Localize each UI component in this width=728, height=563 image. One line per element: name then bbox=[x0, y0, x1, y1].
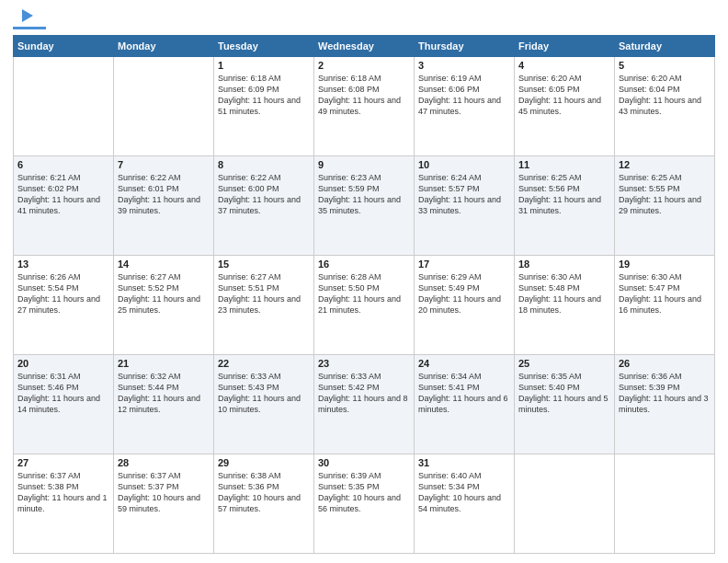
day-number: 29 bbox=[218, 457, 310, 468]
weekday-header-saturday: Saturday bbox=[615, 36, 715, 57]
calendar-week-row: 27Sunrise: 6:37 AM Sunset: 5:38 PM Dayli… bbox=[14, 454, 715, 554]
day-content: Sunrise: 6:39 AM Sunset: 5:35 PM Dayligh… bbox=[318, 470, 410, 515]
calendar-cell: 30Sunrise: 6:39 AM Sunset: 5:35 PM Dayli… bbox=[314, 454, 415, 554]
calendar-cell: 21Sunrise: 6:32 AM Sunset: 5:44 PM Dayli… bbox=[114, 355, 214, 454]
day-number: 16 bbox=[318, 259, 410, 270]
day-number: 11 bbox=[518, 159, 610, 170]
day-number: 3 bbox=[418, 60, 510, 71]
calendar-cell: 4Sunrise: 6:20 AM Sunset: 6:05 PM Daylig… bbox=[515, 57, 615, 156]
day-number: 18 bbox=[518, 259, 610, 270]
calendar-week-row: 13Sunrise: 6:26 AM Sunset: 5:54 PM Dayli… bbox=[14, 256, 715, 355]
day-number: 24 bbox=[418, 358, 510, 369]
calendar-cell: 23Sunrise: 6:33 AM Sunset: 5:42 PM Dayli… bbox=[314, 355, 415, 454]
calendar-cell: 22Sunrise: 6:33 AM Sunset: 5:43 PM Dayli… bbox=[214, 355, 314, 454]
day-content: Sunrise: 6:33 AM Sunset: 5:43 PM Dayligh… bbox=[218, 371, 310, 416]
calendar-cell: 12Sunrise: 6:25 AM Sunset: 5:55 PM Dayli… bbox=[615, 156, 715, 256]
day-number: 22 bbox=[218, 358, 310, 369]
weekday-header-sunday: Sunday bbox=[14, 36, 114, 57]
calendar-cell: 26Sunrise: 6:36 AM Sunset: 5:39 PM Dayli… bbox=[615, 355, 715, 454]
calendar-cell: 20Sunrise: 6:31 AM Sunset: 5:46 PM Dayli… bbox=[14, 355, 114, 454]
calendar-cell: 1Sunrise: 6:18 AM Sunset: 6:09 PM Daylig… bbox=[214, 57, 314, 156]
day-number: 25 bbox=[518, 358, 610, 369]
logo-underline bbox=[13, 27, 46, 29]
day-content: Sunrise: 6:18 AM Sunset: 6:08 PM Dayligh… bbox=[318, 73, 410, 118]
day-number: 30 bbox=[318, 457, 410, 468]
calendar-cell: 19Sunrise: 6:30 AM Sunset: 5:47 PM Dayli… bbox=[615, 256, 715, 355]
day-content: Sunrise: 6:23 AM Sunset: 5:59 PM Dayligh… bbox=[318, 172, 410, 217]
day-content: Sunrise: 6:22 AM Sunset: 6:01 PM Dayligh… bbox=[118, 172, 210, 217]
day-content: Sunrise: 6:22 AM Sunset: 6:00 PM Dayligh… bbox=[218, 172, 310, 217]
day-content: Sunrise: 6:19 AM Sunset: 6:06 PM Dayligh… bbox=[418, 73, 510, 118]
day-number: 6 bbox=[17, 159, 109, 170]
calendar-week-row: 1Sunrise: 6:18 AM Sunset: 6:09 PM Daylig… bbox=[14, 57, 715, 156]
calendar-cell bbox=[515, 454, 615, 554]
day-content: Sunrise: 6:37 AM Sunset: 5:37 PM Dayligh… bbox=[118, 470, 210, 515]
calendar-cell: 10Sunrise: 6:24 AM Sunset: 5:57 PM Dayli… bbox=[415, 156, 515, 256]
weekday-header-monday: Monday bbox=[114, 36, 214, 57]
day-content: Sunrise: 6:24 AM Sunset: 5:57 PM Dayligh… bbox=[418, 172, 510, 217]
weekday-header-row: SundayMondayTuesdayWednesdayThursdayFrid… bbox=[14, 36, 715, 57]
day-content: Sunrise: 6:36 AM Sunset: 5:39 PM Dayligh… bbox=[619, 371, 711, 416]
day-number: 9 bbox=[318, 159, 410, 170]
weekday-header-friday: Friday bbox=[515, 36, 615, 57]
day-number: 23 bbox=[318, 358, 410, 369]
day-number: 2 bbox=[318, 60, 410, 71]
day-content: Sunrise: 6:30 AM Sunset: 5:47 PM Dayligh… bbox=[619, 271, 711, 316]
day-content: Sunrise: 6:30 AM Sunset: 5:48 PM Dayligh… bbox=[518, 271, 610, 316]
day-content: Sunrise: 6:27 AM Sunset: 5:51 PM Dayligh… bbox=[218, 271, 310, 316]
calendar-cell: 27Sunrise: 6:37 AM Sunset: 5:38 PM Dayli… bbox=[14, 454, 114, 554]
weekday-header-tuesday: Tuesday bbox=[214, 36, 314, 57]
calendar-cell: 5Sunrise: 6:20 AM Sunset: 6:04 PM Daylig… bbox=[615, 57, 715, 156]
day-number: 21 bbox=[118, 358, 210, 369]
day-content: Sunrise: 6:31 AM Sunset: 5:46 PM Dayligh… bbox=[17, 371, 109, 416]
day-number: 20 bbox=[17, 358, 109, 369]
day-number: 7 bbox=[118, 159, 210, 170]
day-content: Sunrise: 6:18 AM Sunset: 6:09 PM Dayligh… bbox=[218, 73, 310, 118]
day-number: 10 bbox=[418, 159, 510, 170]
calendar-week-row: 20Sunrise: 6:31 AM Sunset: 5:46 PM Dayli… bbox=[14, 355, 715, 454]
day-content: Sunrise: 6:34 AM Sunset: 5:41 PM Dayligh… bbox=[418, 371, 510, 416]
calendar-cell bbox=[615, 454, 715, 554]
day-content: Sunrise: 6:29 AM Sunset: 5:49 PM Dayligh… bbox=[418, 271, 510, 316]
calendar-cell: 31Sunrise: 6:40 AM Sunset: 5:34 PM Dayli… bbox=[415, 454, 515, 554]
day-number: 31 bbox=[418, 457, 510, 468]
calendar-cell: 14Sunrise: 6:27 AM Sunset: 5:52 PM Dayli… bbox=[114, 256, 214, 355]
weekday-header-thursday: Thursday bbox=[415, 36, 515, 57]
calendar-cell: 8Sunrise: 6:22 AM Sunset: 6:00 PM Daylig… bbox=[214, 156, 314, 256]
calendar-cell: 15Sunrise: 6:27 AM Sunset: 5:51 PM Dayli… bbox=[214, 256, 314, 355]
calendar-cell bbox=[14, 57, 114, 156]
svg-marker-0 bbox=[22, 9, 33, 22]
calendar-table: SundayMondayTuesdayWednesdayThursdayFrid… bbox=[13, 35, 715, 554]
calendar-cell: 25Sunrise: 6:35 AM Sunset: 5:40 PM Dayli… bbox=[515, 355, 615, 454]
day-content: Sunrise: 6:40 AM Sunset: 5:34 PM Dayligh… bbox=[418, 470, 510, 515]
day-number: 13 bbox=[17, 259, 109, 270]
day-number: 26 bbox=[619, 358, 711, 369]
logo bbox=[13, 9, 46, 29]
day-number: 4 bbox=[518, 60, 610, 71]
day-content: Sunrise: 6:38 AM Sunset: 5:36 PM Dayligh… bbox=[218, 470, 310, 515]
page-container: SundayMondayTuesdayWednesdayThursdayFrid… bbox=[0, 0, 728, 563]
day-number: 12 bbox=[619, 159, 711, 170]
day-number: 1 bbox=[218, 60, 310, 71]
calendar-cell: 16Sunrise: 6:28 AM Sunset: 5:50 PM Dayli… bbox=[314, 256, 415, 355]
calendar-cell: 9Sunrise: 6:23 AM Sunset: 5:59 PM Daylig… bbox=[314, 156, 415, 256]
day-content: Sunrise: 6:28 AM Sunset: 5:50 PM Dayligh… bbox=[318, 271, 410, 316]
header bbox=[13, 9, 715, 29]
logo-icon bbox=[15, 6, 35, 26]
weekday-header-wednesday: Wednesday bbox=[314, 36, 415, 57]
day-content: Sunrise: 6:32 AM Sunset: 5:44 PM Dayligh… bbox=[118, 371, 210, 416]
day-content: Sunrise: 6:37 AM Sunset: 5:38 PM Dayligh… bbox=[17, 470, 109, 515]
calendar-cell: 24Sunrise: 6:34 AM Sunset: 5:41 PM Dayli… bbox=[415, 355, 515, 454]
day-number: 19 bbox=[619, 259, 711, 270]
day-content: Sunrise: 6:21 AM Sunset: 6:02 PM Dayligh… bbox=[17, 172, 109, 217]
calendar-cell: 11Sunrise: 6:25 AM Sunset: 5:56 PM Dayli… bbox=[515, 156, 615, 256]
calendar-cell: 7Sunrise: 6:22 AM Sunset: 6:01 PM Daylig… bbox=[114, 156, 214, 256]
day-number: 5 bbox=[619, 60, 711, 71]
calendar-cell: 2Sunrise: 6:18 AM Sunset: 6:08 PM Daylig… bbox=[314, 57, 415, 156]
calendar-week-row: 6Sunrise: 6:21 AM Sunset: 6:02 PM Daylig… bbox=[14, 156, 715, 256]
day-content: Sunrise: 6:25 AM Sunset: 5:56 PM Dayligh… bbox=[518, 172, 610, 217]
calendar-cell: 17Sunrise: 6:29 AM Sunset: 5:49 PM Dayli… bbox=[415, 256, 515, 355]
day-content: Sunrise: 6:26 AM Sunset: 5:54 PM Dayligh… bbox=[17, 271, 109, 316]
day-content: Sunrise: 6:20 AM Sunset: 6:04 PM Dayligh… bbox=[619, 73, 711, 118]
day-content: Sunrise: 6:33 AM Sunset: 5:42 PM Dayligh… bbox=[318, 371, 410, 416]
